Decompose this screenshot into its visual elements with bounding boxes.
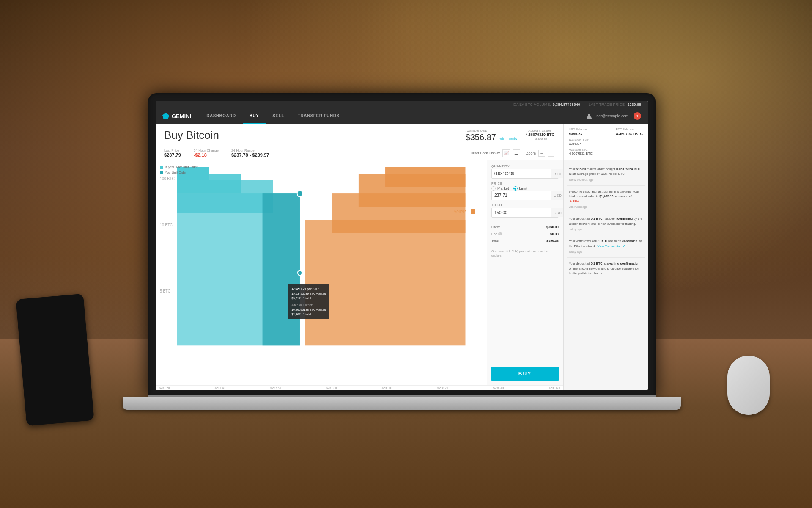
market-radio-label: Market: [497, 186, 509, 190]
user-icon: [586, 113, 592, 119]
nav-buy[interactable]: BUY: [243, 108, 266, 124]
svg-text:Sellers: Sellers: [453, 209, 466, 214]
right-sidebar: USD Balance: $356.87 BTC Balance: 4.4607…: [563, 124, 648, 390]
quantity-input[interactable]: [492, 169, 551, 178]
summary-order-row: Order $150.00: [491, 224, 559, 231]
chart-view-bar[interactable]: ☰: [513, 149, 520, 157]
total-input-row: USD: [491, 208, 559, 218]
svg-point-9: [297, 190, 303, 197]
add-funds-link[interactable]: Add Funds: [499, 137, 517, 141]
svg-rect-14: [385, 167, 465, 187]
page-header: Buy Bitcoin Available USD $356.87 Add Fu…: [156, 124, 563, 146]
x-label-5: $238.00: [382, 387, 392, 389]
chart-svg: 100 BTC 10 BTC 5 BTC: [156, 160, 487, 385]
btc-balance-label: BTC Balance:: [616, 128, 643, 131]
summary-fee-label: Fee ?: [491, 231, 502, 237]
zoom-in-button[interactable]: +: [548, 150, 554, 157]
daily-btc-value: 9,384.87438940: [553, 102, 580, 107]
stat-24h-change: 24-Hour Change -$2.18: [194, 149, 219, 157]
laptop-screen: DAILY BTC VOLUME: 9,384.87438940 LAST TR…: [156, 101, 648, 390]
svg-text:5 BTC: 5 BTC: [160, 288, 170, 293]
user-email: user@example.com: [595, 114, 628, 118]
available-usd-label: Available USD: [466, 129, 517, 133]
legend-buyers: Buyers, After Limit Order: [160, 165, 198, 170]
market-radio-circle: [491, 186, 496, 190]
summary-fee-value: $0.38: [550, 231, 559, 237]
legend-your-order: Your Limit Order: [160, 170, 198, 176]
top-info-bar: DAILY BTC VOLUME: 9,384.87438940 LAST TR…: [156, 101, 648, 108]
summary-total-label: Total: [491, 237, 499, 244]
price-input-row: USD: [491, 190, 559, 200]
notif-2-text: Welcome back! You last signed in a day a…: [569, 189, 643, 204]
limit-radio-label: Limit: [519, 186, 527, 190]
notification-2: Welcome back! You last signed in a day a…: [567, 186, 645, 213]
phone-device: [16, 294, 94, 426]
market-radio[interactable]: Market: [491, 186, 509, 190]
nav-sell[interactable]: SELL: [266, 108, 291, 124]
nav-user: user@example.com: [586, 113, 628, 119]
notification-4: Your withdrawal of 0.1 BTC has been conf…: [567, 235, 645, 258]
legend-buyers-label: Buyers, After Limit Order: [165, 165, 198, 170]
quantity-label: QUANTITY: [491, 165, 559, 168]
nav-transfer[interactable]: TRANSFER FUNDS: [291, 108, 346, 124]
fee-info-icon: ?: [498, 232, 502, 235]
chart-view-line[interactable]: 📈: [502, 149, 510, 157]
notif-3-time: a day ago: [569, 227, 643, 232]
mouse-device: [727, 356, 770, 415]
available-usd-sub-value: $356.87: [569, 142, 643, 146]
order-form-panel: QUANTITY BTC PRICE: [487, 160, 563, 385]
quantity-section: QUANTITY BTC: [491, 165, 559, 179]
zoom-out-button[interactable]: −: [538, 150, 545, 157]
logo-text: GEMINI: [172, 113, 191, 119]
order-summary: Order $150.00 Fee ? $0.38 Total: [491, 221, 559, 244]
stats-row: Last Price $237.79 24-Hour Change -$2.18…: [156, 146, 563, 160]
center-panel: Buy Bitcoin Available USD $356.87 Add Fu…: [156, 124, 563, 390]
svg-point-10: [298, 270, 302, 275]
price-input[interactable]: [492, 191, 551, 200]
daily-btc-volume: DAILY BTC VOLUME: 9,384.87438940: [513, 102, 580, 107]
change-label: 24-Hour Change: [194, 149, 219, 152]
buy-button[interactable]: BUY: [491, 367, 559, 381]
zoom-label: Zoom: [526, 151, 536, 155]
x-label-6: $238.20: [437, 387, 448, 389]
change-value: -$2.18: [194, 152, 219, 157]
svg-rect-11: [305, 220, 466, 346]
notification-badge[interactable]: 1: [634, 112, 641, 120]
notif-1-text: Your $15.20 market order bought 0.063762…: [569, 167, 643, 177]
account-values-usd: = $356.87: [525, 137, 554, 141]
limit-radio[interactable]: Limit: [513, 186, 527, 190]
quantity-input-row: BTC: [491, 169, 559, 179]
last-trade-value: $239.68: [627, 102, 641, 107]
notif-3-text: Your deposit of 0.1 BTC has been confirm…: [569, 216, 643, 226]
notification-5: Your deposit of 0.1 BTC is awaiting conf…: [567, 258, 645, 279]
order-note: Once you click BUY, your order may not b…: [491, 249, 559, 258]
notif-4-text: Your withdrawal of 0.1 BTC has been conf…: [569, 239, 643, 248]
quantity-unit: BTC: [551, 169, 563, 178]
btc-balance: BTC Balance: 4.4607931 BTC: [616, 128, 643, 136]
nav-dashboard[interactable]: DASHBOARD: [200, 108, 243, 124]
notification-list: Your $15.20 market order bought 0.063762…: [564, 160, 648, 283]
view-transaction-link[interactable]: View Transaction ↗: [598, 244, 625, 248]
notification-count: 1: [636, 114, 638, 118]
summary-total-row: Total $150.38: [491, 237, 559, 244]
price-unit: USD: [551, 191, 563, 200]
limit-radio-inner: [514, 188, 516, 190]
notification-3: Your deposit of 0.1 BTC has been confirm…: [567, 213, 645, 235]
total-input[interactable]: [492, 208, 551, 217]
account-values-label: Account Values: [525, 129, 554, 133]
available-usd-value: $356.87: [466, 133, 496, 142]
notif-4-time: a day ago: [569, 250, 643, 254]
btc-balance-value: 4.4607931 BTC: [616, 132, 643, 136]
available-usd-sub-label: Available USD:: [569, 138, 643, 141]
total-section: TOTAL USD: [491, 204, 559, 218]
x-label-4: $237.80: [326, 387, 337, 389]
usd-balance: USD Balance: $356.87: [569, 128, 587, 136]
x-axis: $237.20 $237.40 $237.60 $237.80 $238.00 …: [156, 385, 563, 390]
logo: GEMINI: [162, 113, 191, 119]
balance-section: USD Balance: $356.87 BTC Balance: 4.4607…: [564, 124, 648, 160]
last-trade-label: LAST TRADE PRICE:: [589, 102, 626, 107]
order-book-label: Order Book Display: [471, 151, 500, 155]
notif-5-text: Your deposit of 0.1 BTC is awaiting conf…: [569, 261, 643, 276]
page-title: Buy Bitcoin: [164, 129, 219, 142]
app: DAILY BTC VOLUME: 9,384.87438940 LAST TR…: [156, 101, 648, 390]
